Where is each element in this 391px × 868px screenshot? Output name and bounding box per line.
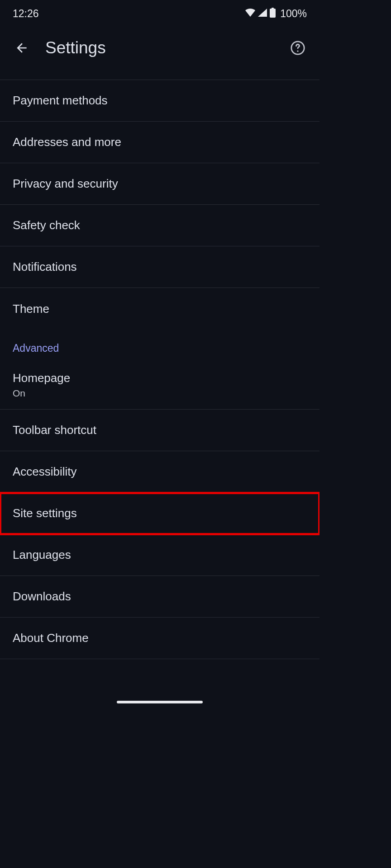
wifi-icon: [245, 9, 255, 19]
settings-label: Safety check: [13, 218, 307, 232]
back-button[interactable]: [11, 37, 33, 59]
battery-icon: [270, 8, 276, 19]
settings-item-theme[interactable]: Theme: [0, 288, 319, 330]
settings-label: Languages: [13, 548, 307, 562]
settings-item-downloads[interactable]: Downloads: [0, 576, 319, 618]
settings-label: Privacy and security: [13, 177, 307, 191]
settings-label: About Chrome: [13, 631, 307, 645]
status-bar: 12:26 100%: [0, 0, 319, 27]
app-bar: Settings: [0, 27, 319, 69]
battery-percent: 100%: [280, 8, 307, 20]
navigation-bar-handle[interactable]: [117, 701, 203, 703]
settings-item-homepage[interactable]: Homepage On: [0, 361, 319, 410]
settings-item-accessibility[interactable]: Accessibility: [0, 451, 319, 493]
arrow-back-icon: [14, 41, 29, 55]
settings-item-toolbar[interactable]: Toolbar shortcut: [0, 410, 319, 451]
status-time: 12:26: [13, 8, 39, 20]
settings-item-payment-methods[interactable]: Payment methods: [0, 80, 319, 122]
status-indicators: 100%: [245, 8, 307, 20]
settings-label: Site settings: [13, 506, 307, 520]
svg-rect-1: [272, 8, 274, 9]
settings-label: Notifications: [13, 260, 307, 274]
settings-item-site-settings[interactable]: Site settings: [0, 493, 319, 534]
settings-list: Payment methods Addresses and more Priva…: [0, 80, 319, 659]
settings-item-addresses[interactable]: Addresses and more: [0, 122, 319, 163]
svg-point-3: [297, 50, 298, 52]
settings-item-privacy[interactable]: Privacy and security: [0, 163, 319, 205]
page-title: Settings: [45, 38, 287, 57]
settings-label: Homepage: [13, 371, 307, 385]
settings-label: Addresses and more: [13, 135, 307, 149]
help-button[interactable]: [287, 37, 309, 59]
settings-sublabel: On: [13, 388, 307, 399]
help-icon: [290, 40, 305, 56]
cellular-icon: [258, 9, 267, 19]
settings-label: Theme: [13, 302, 307, 316]
settings-label: Accessibility: [13, 465, 307, 479]
settings-item-languages[interactable]: Languages: [0, 534, 319, 576]
settings-item-about-chrome[interactable]: About Chrome: [0, 618, 319, 659]
settings-label: Payment methods: [13, 94, 307, 108]
settings-item-notifications[interactable]: Notifications: [0, 246, 319, 288]
settings-label: Downloads: [13, 590, 307, 604]
section-header-advanced: Advanced: [0, 330, 319, 361]
cutoff-item: [0, 69, 319, 80]
settings-item-safety-check[interactable]: Safety check: [0, 205, 319, 246]
settings-label: Toolbar shortcut: [13, 423, 307, 437]
svg-rect-0: [270, 9, 276, 18]
